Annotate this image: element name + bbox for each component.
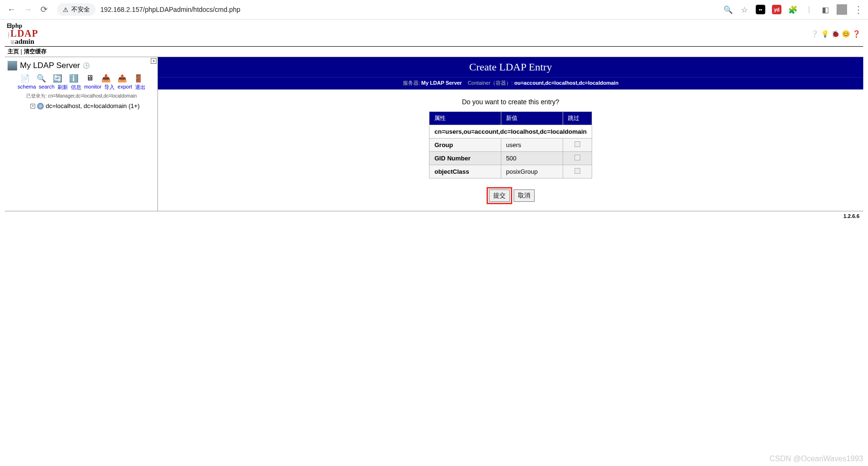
server-name: My LDAP Server (20, 61, 80, 70)
browser-toolbar: ← → ⟳ ⚠ 不安全 192.168.2.157/phpLDAPadmin/h… (0, 0, 868, 20)
sidebar-collapse-button[interactable]: ▪ (151, 58, 156, 64)
link-search[interactable]: search (39, 84, 55, 91)
tree-node-root[interactable]: + dc=localhost, dc=localdomain (1+) (30, 102, 156, 109)
security-chip[interactable]: ⚠ 不安全 (57, 3, 96, 16)
monitor-icon[interactable]: 🖥 (85, 73, 95, 83)
page-title: Create LDAP Entry (158, 57, 863, 77)
clock-icon[interactable]: 🕓 (83, 62, 90, 69)
reload-button[interactable]: ⟳ (37, 3, 50, 16)
cancel-button[interactable]: 取消 (514, 189, 535, 202)
top-nav: 主页 | 清空缓存 (5, 46, 863, 57)
link-monitor[interactable]: monitor (84, 84, 102, 91)
warning-icon: ⚠ (63, 6, 68, 13)
info-icon[interactable]: ℹ️ (69, 73, 78, 83)
sidepanel-icon[interactable]: ◧ (820, 5, 830, 14)
profile-avatar[interactable] (837, 4, 847, 15)
link-export[interactable]: export (117, 84, 132, 91)
sidebar-action-links: schema search 刷新 信息 monitor 导入 export 退出 (8, 84, 156, 91)
submit-button[interactable]: 提交 (489, 189, 510, 202)
nav-home[interactable]: 主页 (8, 48, 19, 55)
help-icon[interactable]: ❔ (810, 30, 819, 38)
skip-checkbox[interactable] (575, 141, 580, 147)
logout-icon[interactable]: 🚪 (134, 73, 143, 83)
smiley-icon[interactable]: 😊 (841, 30, 850, 38)
val-cell: users (501, 139, 563, 152)
dn-cell: cn=users,ou=account,dc=localhost,dc=loca… (429, 125, 592, 139)
back-button[interactable]: ← (5, 3, 18, 16)
attr-cell: GID Number (429, 152, 501, 165)
col-newval: 新值 (501, 112, 563, 125)
table-row: GID Number 500 (429, 152, 592, 165)
zoom-icon[interactable]: 🔍 (723, 5, 733, 14)
extensions-puzzle-icon[interactable]: 🧩 (788, 5, 798, 14)
search-icon[interactable]: 🔍 (37, 73, 46, 83)
skip-checkbox[interactable] (575, 155, 580, 160)
refresh-icon[interactable]: 🔄 (53, 73, 62, 83)
table-row: objectClass posixGroup (429, 165, 592, 178)
col-skip: 跳过 (563, 112, 592, 125)
val-cell: posixGroup (501, 165, 563, 178)
bookmark-star-icon[interactable]: ☆ (740, 5, 749, 14)
sidebar: ▪ My LDAP Server 🕓 📄 🔍 🔄 ℹ️ 🖥 📥 📤 🚪 sche… (5, 57, 158, 211)
sidebar-action-icons: 📄 🔍 🔄 ℹ️ 🖥 📥 📤 🚪 (8, 73, 156, 83)
logged-in-as: 已登录为: cn=Manager,dc=localhost,dc=localdo… (8, 93, 156, 99)
schema-icon[interactable]: 📄 (20, 73, 30, 83)
confirm-prompt: Do you want to create this entry? (158, 98, 863, 106)
extension-yd-icon[interactable]: yd (772, 5, 781, 14)
submit-highlight: 提交 (487, 187, 512, 204)
version-label: 1.2.6.6 (5, 211, 863, 221)
forward-button[interactable]: → (21, 3, 34, 16)
chrome-menu-icon[interactable]: ⋮ (854, 4, 863, 15)
val-cell: 500 (501, 152, 563, 165)
header-row: ⊟php ├LDAP ⊞admin ❔ 💡 🐞 😊 ❓ (5, 20, 863, 46)
ldap-tree: + dc=localhost, dc=localdomain (1+) (8, 102, 156, 109)
lightbulb-icon[interactable]: 💡 (820, 30, 829, 38)
attr-cell: objectClass (429, 165, 501, 178)
address-bar[interactable]: 192.168.2.157/phpLDAPadmin/htdocs/cmd.ph… (100, 6, 721, 13)
skip-checkbox[interactable] (575, 168, 580, 174)
entry-table: 属性 新值 跳过 cn=users,ou=account,dc=localhos… (429, 111, 592, 178)
import-icon[interactable]: 📥 (101, 73, 111, 83)
tree-expand-icon[interactable]: + (30, 104, 35, 109)
security-label: 不安全 (71, 5, 90, 14)
link-import[interactable]: 导入 (104, 84, 115, 91)
bug-icon[interactable]: 🐞 (831, 30, 839, 38)
context-bar: 服务器: My LDAP Server Container（容器）: ou=ac… (158, 77, 863, 89)
info-icon[interactable]: ❓ (852, 30, 860, 38)
divider-icon: | (804, 5, 814, 14)
main-layout: ▪ My LDAP Server 🕓 📄 🔍 🔄 ℹ️ 🖥 📥 📤 🚪 sche… (5, 57, 863, 211)
link-refresh[interactable]: 刷新 (58, 84, 68, 91)
link-schema[interactable]: schema (18, 84, 36, 91)
tree-node-label: dc=localhost, dc=localdomain (1+) (46, 102, 140, 109)
extension-1-icon[interactable]: •• (756, 5, 765, 14)
col-attr: 属性 (429, 112, 501, 125)
link-logout[interactable]: 退出 (135, 84, 146, 91)
nav-purge[interactable]: 清空缓存 (24, 48, 47, 55)
server-title: My LDAP Server 🕓 (8, 61, 156, 70)
tree-node-icon (37, 103, 44, 109)
table-row: Group users (429, 139, 592, 152)
export-icon[interactable]: 📤 (117, 73, 127, 83)
header-icons: ❔ 💡 🐞 😊 ❓ (810, 30, 863, 38)
attr-cell: Group (429, 139, 501, 152)
server-icon (8, 61, 17, 70)
phpldapadmin-logo: ⊟php ├LDAP ⊞admin (7, 22, 38, 45)
dn-row: cn=users,ou=account,dc=localhost,dc=loca… (429, 125, 592, 139)
button-row: 提交 取消 (158, 187, 863, 204)
link-info[interactable]: 信息 (71, 84, 81, 91)
content-area: Create LDAP Entry 服务器: My LDAP Server Co… (158, 57, 863, 211)
